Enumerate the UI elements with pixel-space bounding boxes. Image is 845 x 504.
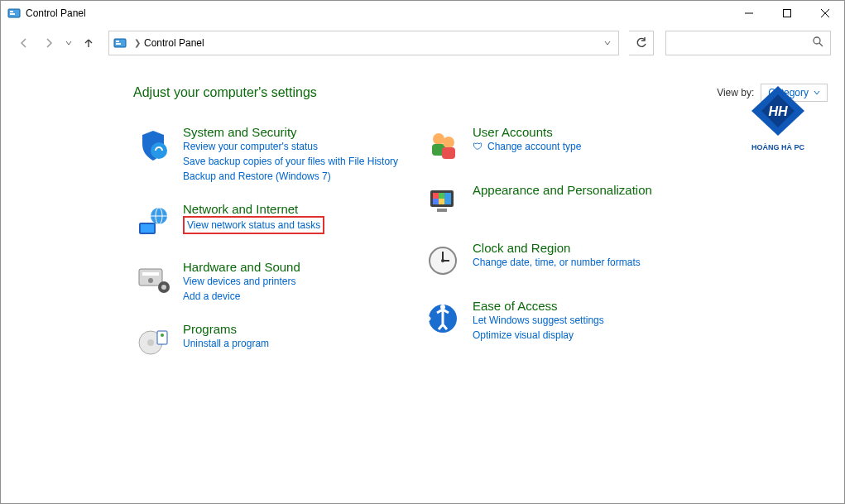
- control-panel-icon: [7, 7, 21, 20]
- window-controls: [730, 1, 844, 26]
- svg-rect-34: [433, 193, 439, 199]
- category-appearance-and-personalization: Appearance and Personalization: [423, 183, 704, 223]
- svg-line-11: [819, 43, 823, 46]
- svg-point-10: [814, 37, 820, 44]
- category-hardware-and-sound: Hardware and SoundView devices and print…: [133, 260, 415, 304]
- address-dropdown[interactable]: [600, 40, 615, 46]
- hardware-and-sound-icon: [133, 260, 173, 300]
- category-title-link[interactable]: Clock and Region: [473, 241, 570, 255]
- category-body: System and SecurityReview your computer'…: [183, 125, 415, 184]
- category-title-link[interactable]: Hardware and Sound: [183, 260, 300, 274]
- category-title-link[interactable]: Programs: [183, 322, 237, 336]
- ease-of-access-icon: [423, 299, 463, 338]
- appearance-and-personalization-icon: [423, 183, 463, 223]
- svg-rect-1: [10, 11, 13, 12]
- maximize-button[interactable]: [768, 1, 806, 26]
- category-link[interactable]: Let Windows suggest settings: [473, 313, 704, 328]
- category-title-link[interactable]: System and Security: [183, 125, 297, 139]
- svg-rect-36: [433, 199, 439, 204]
- category-network-and-internet: Network and InternetView network status …: [133, 202, 415, 242]
- close-button[interactable]: [806, 1, 844, 26]
- category-body: Clock and RegionChange date, time, or nu…: [473, 241, 704, 270]
- svg-point-20: [148, 278, 153, 283]
- back-button[interactable]: [14, 33, 34, 53]
- programs-icon: [133, 322, 173, 362]
- svg-rect-19: [142, 272, 159, 276]
- category-link[interactable]: Uninstall a program: [183, 336, 415, 351]
- category-title-link[interactable]: User Accounts: [473, 125, 553, 139]
- up-button[interactable]: [79, 33, 98, 53]
- svg-rect-4: [784, 10, 791, 17]
- svg-rect-8: [116, 41, 119, 42]
- address-bar[interactable]: ❯ Control Panel: [108, 31, 619, 55]
- category-system-and-security: System and SecurityReview your computer'…: [133, 125, 415, 184]
- header-row: Adjust your computer's settings View by:…: [133, 84, 828, 102]
- svg-point-43: [440, 305, 445, 310]
- category-body: Appearance and Personalization: [473, 183, 704, 197]
- minimize-button[interactable]: [730, 1, 768, 26]
- search-icon: [812, 36, 823, 50]
- right-column: User AccountsChange account typeAppearan…: [423, 125, 704, 380]
- svg-rect-2: [10, 13, 15, 15]
- svg-rect-25: [157, 331, 167, 344]
- category-body: Network and InternetView network status …: [183, 202, 415, 234]
- svg-rect-9: [116, 43, 121, 45]
- svg-text:HH: HH: [768, 104, 788, 118]
- svg-point-26: [161, 334, 164, 337]
- category-link[interactable]: Review your computer's status: [183, 139, 415, 154]
- svg-point-24: [147, 339, 154, 346]
- category-clock-and-region: Clock and RegionChange date, time, or nu…: [423, 241, 704, 281]
- svg-rect-30: [442, 147, 455, 159]
- category-link[interactable]: Backup and Restore (Windows 7): [183, 169, 415, 184]
- network-and-internet-icon: [133, 202, 173, 242]
- category-link[interactable]: View network status and tasks: [183, 216, 324, 234]
- clock-and-region-icon: [423, 241, 463, 281]
- content: Adjust your computer's settings View by:…: [1, 59, 844, 503]
- svg-rect-35: [439, 193, 444, 199]
- toolbar: ❯ Control Panel: [1, 26, 844, 59]
- category-title-link[interactable]: Ease of Access: [473, 299, 558, 313]
- category-programs: ProgramsUninstall a program: [133, 322, 415, 362]
- category-link[interactable]: Change account type: [487, 139, 704, 154]
- svg-point-41: [441, 259, 444, 262]
- recent-dropdown[interactable]: [64, 33, 74, 53]
- category-body: ProgramsUninstall a program: [183, 322, 415, 351]
- category-body: Ease of AccessLet Windows suggest settin…: [473, 299, 704, 343]
- left-column: System and SecurityReview your computer'…: [133, 125, 415, 380]
- svg-rect-33: [437, 209, 447, 212]
- logo-text: HOÀNG HÀ PC: [751, 143, 804, 151]
- forward-button[interactable]: [39, 33, 59, 53]
- category-user-accounts: User AccountsChange account type: [423, 125, 704, 165]
- category-body: User AccountsChange account type: [473, 125, 704, 154]
- svg-point-22: [161, 285, 166, 290]
- refresh-button[interactable]: [629, 31, 654, 55]
- titlebar: Control Panel: [1, 1, 844, 26]
- svg-rect-37: [439, 199, 444, 204]
- category-title-link[interactable]: Appearance and Personalization: [473, 183, 652, 197]
- user-accounts-icon: [423, 125, 463, 165]
- category-link[interactable]: Save backup copies of your files with Fi…: [183, 154, 415, 169]
- categories-grid: System and SecurityReview your computer'…: [133, 125, 828, 380]
- category-link[interactable]: Change date, time, or number formats: [473, 255, 704, 270]
- breadcrumb[interactable]: Control Panel: [144, 37, 204, 49]
- brand-logo: HH HOÀNG HÀ PC: [737, 75, 819, 158]
- category-link[interactable]: View devices and printers: [183, 274, 415, 289]
- category-ease-of-access: Ease of AccessLet Windows suggest settin…: [423, 299, 704, 343]
- search-input[interactable]: [665, 31, 831, 55]
- system-and-security-icon: [133, 125, 173, 165]
- control-panel-icon: [113, 36, 127, 50]
- svg-point-29: [443, 137, 454, 148]
- window-title: Control Panel: [26, 7, 86, 19]
- svg-point-27: [433, 133, 444, 145]
- svg-rect-17: [141, 224, 154, 233]
- chevron-right-icon: ❯: [134, 38, 141, 47]
- category-link[interactable]: Add a device: [183, 289, 415, 304]
- category-body: Hardware and SoundView devices and print…: [183, 260, 415, 304]
- page-title: Adjust your computer's settings: [133, 85, 317, 100]
- svg-point-12: [151, 142, 167, 159]
- category-title-link[interactable]: Network and Internet: [183, 202, 298, 216]
- category-link[interactable]: Optimize visual display: [473, 328, 704, 343]
